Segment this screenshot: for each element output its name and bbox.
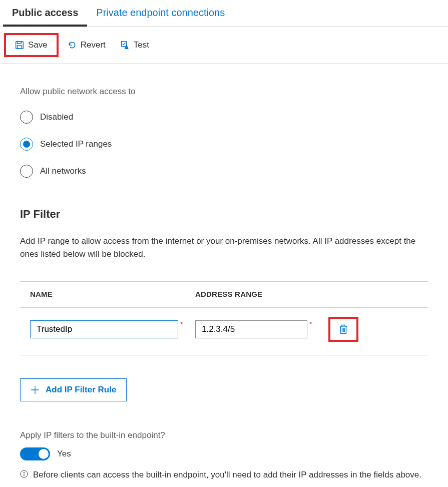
ip-filter-description: Add IP range to allow access from the in…: [20, 235, 428, 260]
network-access-radio-group: Disabled Selected IP ranges All networks: [20, 111, 428, 178]
save-icon: [15, 41, 24, 50]
radio-circle-icon: [20, 111, 33, 124]
ip-filter-heading: IP Filter: [20, 208, 428, 221]
tab-private-endpoint[interactable]: Private endpoint connections: [87, 0, 234, 27]
column-header-name: NAME: [30, 290, 195, 298]
radio-all-networks[interactable]: All networks: [20, 165, 428, 178]
test-label: Test: [134, 40, 149, 50]
info-icon: [20, 470, 28, 478]
toggle-row: Yes: [20, 447, 428, 460]
tab-public-access[interactable]: Public access: [3, 0, 87, 27]
radio-disabled[interactable]: Disabled: [20, 111, 428, 124]
info-text: Before clients can access the built-in e…: [33, 468, 421, 481]
required-indicator: *: [309, 320, 312, 328]
plus-icon: [31, 385, 40, 394]
required-indicator: *: [180, 320, 183, 328]
main-content: Allow public network access to Disabled …: [0, 64, 448, 487]
svg-point-6: [24, 472, 24, 472]
radio-circle-icon: [20, 138, 33, 151]
revert-button[interactable]: Revert: [62, 36, 112, 54]
save-label: Save: [28, 40, 48, 50]
apply-filters-label: Apply IP filters to the built-in endpoin…: [20, 430, 428, 440]
svg-rect-1: [18, 42, 22, 44]
save-highlight-box: Save: [4, 33, 59, 57]
revert-label: Revert: [81, 40, 106, 50]
revert-icon: [68, 41, 77, 50]
ip-filter-table: NAME ADDRESS RANGE * *: [20, 281, 428, 355]
add-ip-filter-label: Add IP Filter Rule: [46, 385, 116, 395]
radio-disabled-label: Disabled: [40, 112, 73, 122]
toggle-knob: [39, 449, 49, 459]
radio-selected-ip-label: Selected IP ranges: [40, 139, 112, 149]
radio-inner-dot: [23, 141, 30, 148]
radio-all-networks-label: All networks: [40, 166, 86, 176]
table-header-row: NAME ADDRESS RANGE: [20, 282, 428, 307]
table-row: * *: [20, 307, 428, 355]
save-button[interactable]: Save: [9, 36, 54, 54]
ip-address-input[interactable]: [195, 320, 307, 338]
test-button[interactable]: Test: [115, 36, 155, 54]
add-ip-filter-button[interactable]: Add IP Filter Rule: [20, 378, 127, 401]
toggle-value-label: Yes: [57, 449, 71, 459]
radio-circle-icon: [20, 165, 33, 178]
svg-rect-4: [126, 45, 127, 47]
info-row: Before clients can access the built-in e…: [20, 468, 428, 481]
apply-filters-toggle[interactable]: [20, 447, 50, 460]
delete-icon[interactable]: [338, 324, 348, 335]
ip-name-input[interactable]: [30, 320, 178, 338]
network-access-label: Allow public network access to: [20, 87, 428, 97]
delete-highlight-box: [328, 317, 358, 342]
radio-selected-ip[interactable]: Selected IP ranges: [20, 138, 428, 151]
tabs-bar: Public access Private endpoint connectio…: [0, 0, 448, 27]
svg-rect-2: [18, 46, 22, 49]
test-icon: [121, 41, 130, 50]
column-header-address: ADDRESS RANGE: [195, 290, 428, 298]
apply-filters-section: Apply IP filters to the built-in endpoin…: [20, 430, 428, 481]
toolbar: Save Revert Test: [0, 27, 448, 64]
